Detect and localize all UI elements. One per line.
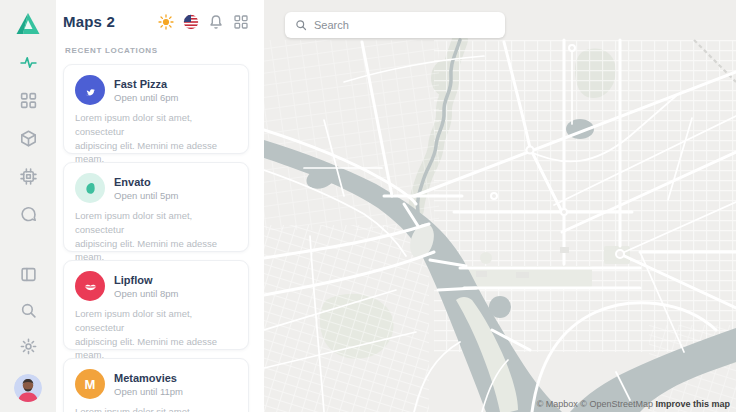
- location-description: Lorem ipsum dolor sit amet, consectetura…: [75, 209, 237, 264]
- theme-sun-icon[interactable]: [158, 14, 174, 30]
- package-box-icon[interactable]: [20, 130, 37, 147]
- location-description: Lorem ipsum dolor sit amet, consectetura…: [75, 111, 237, 166]
- notifications-bell-icon[interactable]: [208, 14, 224, 30]
- map-artwork: [264, 0, 736, 412]
- map-search: [285, 12, 505, 38]
- lips-icon: [75, 271, 105, 301]
- settings-gear-icon[interactable]: [20, 338, 37, 355]
- locations-panel: Maps 2 RECENT LOCATIONS Fa: [56, 0, 264, 412]
- attribution-text: © Mapbox © OpenStreetMap: [537, 399, 653, 409]
- search-icon[interactable]: [20, 302, 37, 319]
- location-description: Lorem ipsum dolor sit amet, consectetura…: [75, 405, 237, 412]
- location-hours: Open until 8pm: [114, 288, 178, 299]
- apps-grid-icon[interactable]: [233, 14, 249, 30]
- location-description: Lorem ipsum dolor sit amet, consectetura…: [75, 307, 237, 362]
- bird-icon: [75, 75, 105, 105]
- envato-logo-icon[interactable]: [15, 12, 41, 36]
- recent-locations-label: RECENT LOCATIONS: [65, 46, 249, 55]
- sidebar: [0, 0, 56, 412]
- improve-map-link[interactable]: Improve this map: [655, 399, 730, 409]
- location-card[interactable]: Fast Pizza Open until 6pm Lorem ipsum do…: [63, 64, 249, 154]
- location-hours: Open until 5pm: [114, 190, 178, 201]
- cpu-icon[interactable]: [20, 168, 37, 185]
- location-hours: Open until 11pm: [114, 386, 183, 397]
- chat-bubble-icon[interactable]: [20, 206, 37, 223]
- map-search-input[interactable]: [314, 19, 495, 31]
- layout-sidebar-icon[interactable]: [20, 266, 37, 283]
- location-card[interactable]: Envato Open until 5pm Lorem ipsum dolor …: [63, 162, 249, 252]
- letter-icon: M: [75, 369, 105, 399]
- language-us-flag-icon[interactable]: [183, 14, 199, 30]
- location-hours: Open until 6pm: [114, 92, 178, 103]
- location-card[interactable]: M Metamovies Open until 11pm Lorem ipsum…: [63, 358, 249, 412]
- map-attribution: © Mapbox © OpenStreetMap Improve this ma…: [537, 399, 730, 409]
- activity-icon[interactable]: [20, 54, 37, 71]
- user-avatar[interactable]: [14, 374, 42, 402]
- location-name: Envato: [114, 175, 178, 189]
- grid-icon[interactable]: [20, 92, 37, 109]
- maps-app: Maps 2 RECENT LOCATIONS Fa: [0, 0, 736, 412]
- location-name: Fast Pizza: [114, 77, 178, 91]
- location-name: Metamovies: [114, 371, 183, 385]
- map-canvas[interactable]: © Mapbox © OpenStreetMap Improve this ma…: [264, 0, 736, 412]
- search-icon: [295, 19, 307, 31]
- location-name: Lipflow: [114, 273, 178, 287]
- page-title: Maps 2: [63, 13, 115, 30]
- location-card[interactable]: Lipflow Open until 8pm Lorem ipsum dolor…: [63, 260, 249, 350]
- leaf-icon: [75, 173, 105, 203]
- recent-locations-list: Fast Pizza Open until 6pm Lorem ipsum do…: [63, 64, 249, 412]
